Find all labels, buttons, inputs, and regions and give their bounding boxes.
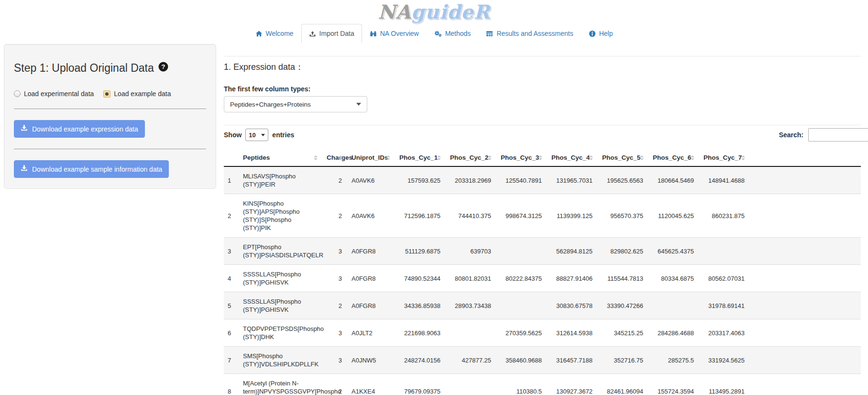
row-number: 5: [224, 292, 238, 319]
table-row: 6TQDPVPPETPSDS[Phospho (STY)]DHK3A0JLT22…: [224, 319, 861, 347]
value-cell: 157593.625: [395, 166, 445, 194]
peptide-cell: SSSSLLAS[Phospho (STY)]PGHISVK: [238, 265, 322, 292]
search-control: Search:: [779, 128, 868, 142]
peptide-cell: EPT[Phospho (STY)]PSIASDISLPIATQELR: [238, 238, 322, 265]
column-types-label: The first few column types:: [224, 85, 861, 93]
button-label: Download example expression data: [32, 125, 138, 133]
column-header-phos_cyc_2[interactable]: Phos_Cyc_2: [445, 149, 496, 166]
value-cell: 712596.1875: [395, 194, 445, 238]
radio-load-experimental[interactable]: Load experimental data: [14, 90, 94, 98]
download-icon: [21, 165, 28, 174]
table-row: 5SSSSLLAS[Phospho (STY)]PGHISVK2A0FGR834…: [224, 292, 861, 319]
radio-label: Load example data: [114, 90, 171, 98]
divider: [224, 56, 861, 56]
value-cell: 829802.625: [597, 238, 648, 265]
uniprot-cell: A0AVK6: [347, 166, 395, 194]
peptide-cell: TQDPVPPETPSDS[Phospho (STY)]DHK: [238, 319, 322, 347]
sort-arrows-icon: [437, 155, 441, 160]
info-circle-icon: [589, 30, 596, 37]
column-header-peptides[interactable]: Peptides: [238, 149, 322, 166]
column-header-phos_cyc_6[interactable]: Phos_Cyc_6: [648, 149, 699, 166]
charge-cell: 2: [322, 194, 347, 238]
value-cell: 80562.07031: [699, 265, 749, 292]
value-cell: 82461.96094: [597, 374, 648, 395]
tab-help[interactable]: Help: [581, 24, 621, 43]
sort-arrows-icon: [741, 155, 745, 160]
table-row: 3EPT[Phospho (STY)]PSIASDISLPIATQELR3A0F…: [224, 238, 861, 265]
download-expression-button[interactable]: Download example expression data: [14, 120, 145, 138]
divider: [14, 109, 206, 109]
row-number: 7: [224, 347, 238, 374]
page-length-select[interactable]: 10: [245, 129, 268, 141]
table-row: 2KINS[Phospho (STY)]APS[Phospho (STY)]S[…: [224, 194, 861, 238]
uniprot-cell: A0JLT2: [347, 319, 395, 347]
value-cell: 744410.375: [445, 194, 496, 238]
peptide-cell: SSSSLLAS[Phospho (STY)]PGHISVK: [238, 292, 322, 319]
tab-label: NA Overview: [380, 29, 419, 38]
charge-cell: 3: [322, 319, 347, 347]
value-cell: 195625.6563: [597, 166, 648, 194]
divider: [224, 125, 861, 125]
sort-arrows-icon: [339, 155, 342, 160]
value-cell: 131965.7031: [547, 166, 597, 194]
value-cell: 34336.85938: [395, 292, 445, 319]
entries-label: entries: [272, 131, 294, 139]
search-input[interactable]: [808, 128, 868, 142]
table-row: 7SMS[Phospho (STY)]VDLSHIPLKDPLLFK3A0JNW…: [224, 347, 861, 374]
search-label: Search:: [779, 131, 803, 139]
value-cell: 80334.6875: [648, 265, 699, 292]
tab-na-overview[interactable]: NA Overview: [362, 24, 427, 43]
tab-label: Methods: [445, 29, 471, 38]
column-header-charges[interactable]: Charges: [322, 149, 347, 166]
tab-methods[interactable]: Methods: [427, 24, 479, 43]
main-nav: Welcome Import Data NA Overview Methods …: [0, 24, 868, 43]
value-cell: 203318.2969: [445, 166, 496, 194]
value-cell: 88827.91406: [547, 265, 597, 292]
filler-cell: [749, 374, 861, 395]
column-header-phos_cyc_4[interactable]: Phos_Cyc_4: [547, 149, 597, 166]
sort-arrows-icon: [314, 155, 318, 160]
table-row: 1MLISAVS[Phospho (STY)]PEIR2A0AVK6157593…: [224, 166, 861, 194]
column-header-phos_cyc_5[interactable]: Phos_Cyc_5: [597, 149, 648, 166]
value-cell: [445, 374, 496, 395]
value-cell: 148941.4688: [699, 166, 749, 194]
charge-cell: 2: [322, 292, 347, 319]
charge-cell: 3: [322, 265, 347, 292]
value-cell: 74890.52344: [395, 265, 445, 292]
download-sample-info-button[interactable]: Download example sample information data: [14, 160, 169, 178]
header: NAguideR: [0, 0, 868, 24]
value-cell: [496, 238, 547, 265]
peptide-cell: SMS[Phospho (STY)]VDLSHIPLKDPLLFK: [238, 347, 322, 374]
filler-cell: [749, 265, 861, 292]
tab-results-assessments[interactable]: Results and Assessments: [478, 24, 581, 43]
value-cell: [699, 238, 749, 265]
value-cell: 80222.84375: [496, 265, 547, 292]
row-number: 3: [224, 238, 238, 265]
value-cell: 639703: [445, 238, 496, 265]
panel-title-text: Step 1: Upload Original Data: [14, 62, 154, 75]
radio-label: Load experimental data: [24, 90, 94, 98]
tab-import-data[interactable]: Import Data: [301, 24, 362, 43]
column-header-phos_cyc_1[interactable]: Phos_Cyc_1: [395, 149, 445, 166]
filler-cell: [749, 292, 861, 319]
column-types-select[interactable]: Peptides+Charges+Proteins: [224, 96, 367, 112]
column-header-uniprot_ids[interactable]: Uniprot_IDs: [347, 149, 395, 166]
uniprot-cell: A0AVK6: [347, 194, 395, 238]
tab-welcome[interactable]: Welcome: [248, 24, 301, 43]
table-controls: Show 10 entries Search:: [224, 128, 861, 144]
table-row: 4SSSSLLAS[Phospho (STY)]PGHISVK3A0FGR874…: [224, 265, 861, 292]
filler-cell: [749, 194, 861, 238]
value-cell: 285275.5: [648, 347, 699, 374]
table-icon: [486, 30, 493, 37]
download-icon: [21, 124, 28, 133]
uniprot-cell: A0FGR8: [347, 292, 395, 319]
filler-cell: [749, 238, 861, 265]
page-length-control: Show 10 entries: [224, 128, 861, 142]
radio-load-example[interactable]: Load example data: [103, 90, 171, 98]
value-cell: 352716.75: [597, 347, 648, 374]
binoculars-icon: [370, 30, 377, 37]
row-number: 8: [224, 374, 238, 395]
column-header-phos_cyc_3[interactable]: Phos_Cyc_3: [496, 149, 547, 166]
question-circle-icon[interactable]: ?: [158, 62, 168, 75]
column-header-phos_cyc_7[interactable]: Phos_Cyc_7: [699, 149, 749, 166]
